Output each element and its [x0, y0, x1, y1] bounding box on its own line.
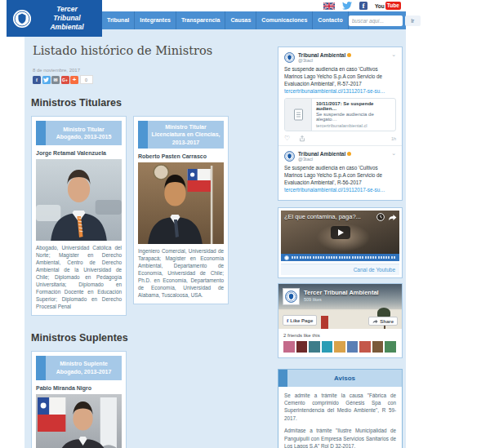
minister-card[interactable]: Ministro Titular Licenciatura en Ciencia…: [133, 116, 229, 304]
card-title-band: Ministro Suplente Abogado, 2013-2017: [46, 356, 122, 380]
friend-avatar: [347, 341, 359, 353]
watch-later-clock-icon[interactable]: [376, 213, 385, 221]
tweet-identity: Tribunal Ambiental @3tacl: [298, 151, 351, 162]
share-addthis-button[interactable]: +: [70, 76, 78, 84]
minister-period: Abogado, 2013-2015: [56, 133, 112, 140]
nav-item-comunicaciones[interactable]: Comunicaciones: [256, 11, 313, 29]
aviso-item: Se admite a trámite la causa "Fábrica de…: [284, 392, 396, 423]
play-button[interactable]: [331, 226, 350, 239]
share-export-icon[interactable]: [299, 135, 305, 142]
facebook-cover-photo[interactable]: Tercer Tribunal Ambiental 509 likes f Li…: [278, 284, 402, 329]
twitter-icon[interactable]: [342, 2, 352, 10]
share-label: Share: [380, 319, 394, 324]
minister-card-header: Ministro Titular Licenciatura en Ciencia…: [138, 121, 224, 149]
tweet-identity: Tribunal Ambiental @3tacl: [298, 52, 351, 63]
minister-bio: Abogado, Universidad Católica del Norte;…: [36, 245, 122, 311]
facebook-like-page-button[interactable]: f Like Page: [283, 315, 317, 326]
minister-card[interactable]: Ministro Suplente Abogado, 2013-2017 Pab…: [31, 351, 127, 448]
chevron-down-icon[interactable]: ⌄: [391, 150, 396, 157]
author-badge-icon: [347, 53, 351, 57]
nav-search: Ir: [349, 16, 425, 26]
site-logo[interactable]: Tercer Tribunal Ambiental: [7, 0, 102, 37]
aviso-item: Admítase a trámite "Ilustre Municipalida…: [284, 427, 396, 448]
minister-card-header: Ministro Titular Abogado, 2013-2015: [36, 121, 122, 145]
video-share-arrow-icon[interactable]: [388, 214, 397, 221]
nav-item-integrantes[interactable]: Integrantes: [135, 11, 176, 29]
friend-avatar: [283, 341, 295, 353]
tweet-link[interactable]: tercertribunalambiental.cl/19112017-se-s…: [284, 187, 385, 193]
share-count: 0: [80, 75, 93, 84]
tweet-link[interactable]: tercertribunalambiental.cl/13112017-se-s…: [284, 88, 385, 94]
nav-item-tribunal[interactable]: Tribunal: [102, 11, 135, 29]
facebook-friends-section: 2 friends like this: [278, 329, 402, 357]
share-googleplus-button[interactable]: G+: [61, 76, 69, 84]
friend-avatar: [334, 341, 345, 353]
video-title: ¿El que contamina, paga?...: [284, 213, 361, 220]
uk-flag-language-icon[interactable]: [323, 2, 335, 10]
share-arrow-icon: [372, 319, 378, 324]
tribunal-emblem-icon: [285, 291, 297, 303]
friend-avatar: [309, 341, 320, 353]
tweet-author: Tribunal Ambiental: [298, 52, 345, 58]
logo-text: Tercer Tribunal Ambiental: [37, 5, 97, 32]
nav-item-transparencia[interactable]: Transparencia: [176, 11, 225, 29]
tweet[interactable]: Tribunal Ambiental @3tacl ⌄ Se suspende …: [284, 52, 396, 142]
video-caption-band: [281, 254, 399, 261]
tweet-card-body: 10/11/2017: Se suspende audien… Se suspe…: [312, 99, 395, 131]
tweet-avatar: [284, 151, 295, 162]
search-input[interactable]: [349, 16, 403, 26]
friend-avatar: [359, 341, 371, 353]
avisos-widget: Avisos Se admite a trámite la causa "Fáb…: [278, 369, 403, 448]
minister-role: Ministro Titular: [63, 126, 104, 133]
facebook-share-button[interactable]: Share: [368, 317, 398, 326]
tweet-header: Tribunal Ambiental @3tacl ⌄: [284, 151, 396, 162]
main-content: Listado histórico de Ministros 8 de novi…: [31, 42, 270, 448]
friend-avatar: [372, 341, 384, 353]
nav-item-causas[interactable]: Causas: [225, 11, 256, 29]
minister-photo: [36, 159, 122, 241]
minister-period: Licenciatura en Ciencias, 2013-2017: [151, 131, 220, 146]
tweet-text-body: Se suspende audiencia en caso 'Cultivos …: [284, 66, 382, 86]
card-accent-bar: [36, 121, 46, 145]
youtube-icon[interactable]: YouTube: [375, 2, 401, 10]
friends-like-text: 2 friends like this: [283, 333, 397, 338]
minister-photo: [138, 162, 224, 244]
chevron-down-icon[interactable]: ⌄: [391, 51, 396, 58]
share-twitter-button[interactable]: [42, 76, 51, 84]
share-row: f ✉ G+ + 0: [33, 75, 270, 84]
youtube-you-text: You: [375, 3, 385, 9]
facebook-likes-count: 509 likes: [304, 297, 322, 302]
search-go-button[interactable]: Ir: [405, 16, 421, 26]
youtube-channel-link[interactable]: Canal de Youtube: [354, 267, 395, 273]
minister-period: Abogado, 2013-2017: [56, 368, 112, 375]
minister-name: Roberto Pasten Carrasco: [138, 153, 224, 159]
facebook-page-avatar[interactable]: [283, 288, 300, 305]
tweet[interactable]: Tribunal Ambiental @3tacl ⌄ Se suspende …: [284, 151, 396, 194]
tweet-timestamp: 1h: [391, 136, 396, 141]
share-email-button[interactable]: ✉: [51, 76, 60, 84]
fb-friend-avatars: [283, 341, 397, 353]
minister-card-header: Ministro Suplente Abogado, 2013-2017: [36, 356, 122, 380]
avisos-heading: Avisos: [287, 370, 402, 387]
youtube-video-player[interactable]: ¿El que contamina, paga?...: [281, 211, 399, 261]
nav-item-contacto[interactable]: Contacto: [313, 11, 348, 29]
friend-avatar: [385, 341, 396, 353]
tweet-footer: ♡ 1h: [284, 135, 396, 142]
like-page-label: Like Page: [290, 318, 313, 323]
tweet-author: Tribunal Ambiental: [298, 151, 345, 157]
facebook-icon[interactable]: f: [359, 2, 368, 10]
avisos-body: Se admite a trámite la causa "Fábrica de…: [278, 387, 402, 448]
minister-role: Ministro Suplente: [60, 360, 108, 367]
minister-card[interactable]: Ministro Titular Abogado, 2013-2015 Jorg…: [31, 116, 127, 316]
card-title-band: Ministro Titular Abogado, 2013-2015: [46, 121, 122, 145]
twitter-timeline-widget: Tribunal Ambiental @3tacl ⌄ Se suspende …: [278, 47, 403, 201]
like-heart-icon[interactable]: ♡: [284, 135, 290, 142]
tweet-link-card[interactable]: 10/11/2017: Se suspende audien… Se suspe…: [284, 98, 396, 132]
twitter-icon: [43, 78, 49, 82]
facebook-page-name[interactable]: Tercer Tribunal Ambiental: [304, 289, 379, 296]
tweet-divider: [278, 145, 402, 146]
share-facebook-button[interactable]: f: [33, 76, 41, 84]
tweet-text-body: Se suspende audiencia en caso 'Cultivos …: [284, 165, 382, 185]
page: f YouTube Tercer Tribunal Ambiental Trib…: [0, 0, 490, 448]
page-title: Listado histórico de Ministros: [33, 44, 270, 57]
